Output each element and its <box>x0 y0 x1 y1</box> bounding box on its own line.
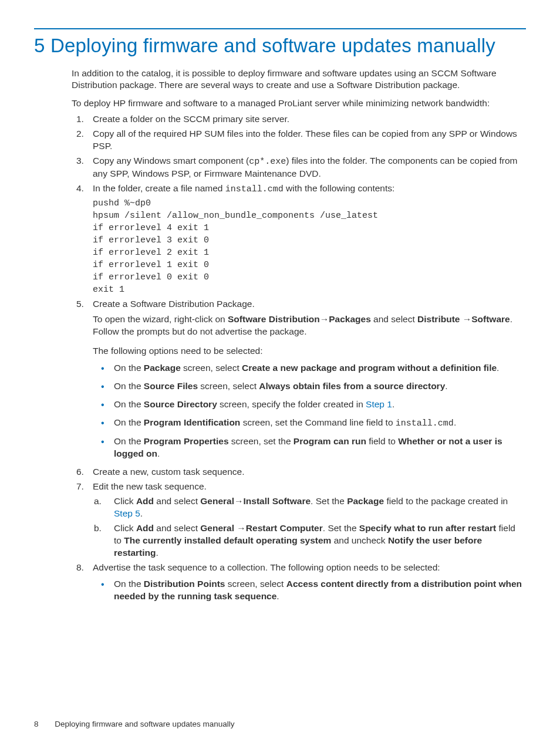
step8-bullets: On the Distribution Points screen, selec… <box>93 578 525 603</box>
step-7a: a. Click Add and select General→Install … <box>93 495 525 520</box>
footer-text: Deploying firmware and software updates … <box>55 720 234 728</box>
chapter-number: 5 <box>34 35 45 56</box>
step-number: 7. <box>76 481 84 493</box>
link-step1[interactable]: Step 1 <box>366 399 392 409</box>
wizard-instruction: To open the wizard, right-click on Softw… <box>93 313 525 338</box>
step-7b: b. Click Add and select General →Restart… <box>93 522 525 559</box>
chapter-heading: 5 Deploying firmware and software update… <box>34 33 526 59</box>
step-8: 8. Advertise the task sequence to a coll… <box>72 562 525 603</box>
step5-bullets: On the Package screen, select Create a n… <box>93 362 525 460</box>
intro-paragraph: In addition to the catalog, it is possib… <box>72 67 525 92</box>
substep-letter: b. <box>94 522 102 535</box>
bullet-source-files: On the Source Files screen, select Alway… <box>93 380 525 393</box>
step-1: 1. Create a folder on the SCCM primary s… <box>72 113 525 126</box>
step-number: 8. <box>76 562 84 574</box>
step-5: 5. Create a Software Distribution Packag… <box>72 298 525 461</box>
code-block: pushd %~dp0 hpsum /silent /allow_non_bun… <box>93 197 525 296</box>
chapter-title: Deploying firmware and software updates … <box>50 35 495 56</box>
options-lead: The following options need to be selecte… <box>93 345 525 357</box>
step-text: Advertise the task sequence to a collect… <box>93 562 440 572</box>
page-number: 8 <box>34 720 39 728</box>
code-inline: cp*.exe <box>249 157 286 167</box>
step-text: Create a new, custom task sequence. <box>93 467 244 477</box>
code-inline: install.cmd <box>225 184 284 194</box>
page-footer: 8 Deploying firmware and software update… <box>34 719 234 730</box>
body-content: In addition to the catalog, it is possib… <box>72 67 525 603</box>
bullet-dist-points: On the Distribution Points screen, selec… <box>93 578 525 603</box>
link-step5[interactable]: Step 5 <box>114 508 140 518</box>
step-3: 3. Copy any Windows smart component (cp*… <box>72 155 525 180</box>
bullet-prog-props: On the Program Properties screen, set th… <box>93 436 525 460</box>
step-text: Edit the new task sequence. <box>93 481 207 491</box>
step-number: 3. <box>76 155 84 167</box>
bullet-prog-id: On the Program Identification screen, se… <box>93 417 525 430</box>
step-number: 6. <box>76 466 84 478</box>
step-number: 1. <box>76 113 84 126</box>
step-text: Copy any Windows smart component (cp*.ex… <box>93 156 518 178</box>
step-text: Copy all of the required HP SUM files in… <box>93 129 517 151</box>
main-steps: 1. Create a folder on the SCCM primary s… <box>72 113 525 603</box>
step-2: 2. Copy all of the required HP SUM files… <box>72 128 525 153</box>
step-number: 4. <box>76 183 84 195</box>
code-inline: install.cmd <box>396 418 454 428</box>
bullet-source-dir: On the Source Directory screen, specify … <box>93 399 525 411</box>
intro-lead: To deploy HP firmware and software to a … <box>72 97 525 110</box>
substep-letter: a. <box>94 495 102 508</box>
step-text: Create a folder on the SCCM primary site… <box>93 114 289 124</box>
step-text: In the folder, create a file named insta… <box>93 183 394 193</box>
top-rule <box>34 28 526 29</box>
step-text: Create a Software Distribution Package. <box>93 299 255 309</box>
step-number: 2. <box>76 128 84 140</box>
step-7: 7. Edit the new task sequence. a. Click … <box>72 481 525 559</box>
bullet-package: On the Package screen, select Create a n… <box>93 362 525 374</box>
step-number: 5. <box>76 298 84 310</box>
step7-sublist: a. Click Add and select General→Install … <box>93 495 525 559</box>
step-4: 4. In the folder, create a file named in… <box>72 183 525 295</box>
step-6: 6. Create a new, custom task sequence. <box>72 466 525 478</box>
